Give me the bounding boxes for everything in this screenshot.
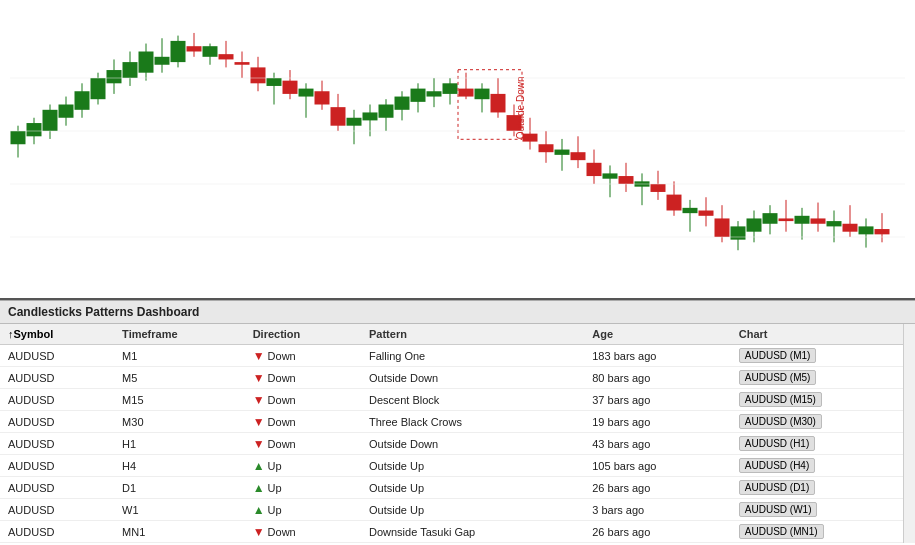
cell-direction: ▲ Up: [245, 455, 361, 477]
table-row: AUDUSD W1 ▲ Up Outside Up 3 bars ago AUD…: [0, 499, 915, 521]
table-row: AUDUSD M5 ▼ Down Outside Down 80 bars ag…: [0, 367, 915, 389]
col-direction: Direction: [245, 324, 361, 345]
cell-timeframe: W1: [114, 499, 245, 521]
cell-pattern: Three Black Crows: [361, 411, 584, 433]
col-age: Age: [584, 324, 731, 345]
cell-symbol: AUDUSD: [0, 455, 114, 477]
chart-area: EURJPY,Weekly 126.820 128.215 126.611 12…: [0, 0, 915, 300]
cell-age: 3 bars ago: [584, 499, 731, 521]
cell-direction: ▲ Up: [245, 499, 361, 521]
cell-age: 26 bars ago: [584, 521, 731, 543]
cell-symbol: AUDUSD: [0, 521, 114, 543]
table-row: AUDUSD M1 ▼ Down Falling One 183 bars ag…: [0, 345, 915, 367]
chart-button[interactable]: AUDUSD (W1): [739, 502, 818, 517]
cell-chart: AUDUSD (H4): [731, 455, 915, 477]
cell-chart: AUDUSD (M5): [731, 367, 915, 389]
cell-chart: AUDUSD (H1): [731, 433, 915, 455]
cell-direction: ▼ Down: [245, 367, 361, 389]
cell-pattern: Falling One: [361, 345, 584, 367]
cell-symbol: AUDUSD: [0, 367, 114, 389]
table-body: AUDUSD M1 ▼ Down Falling One 183 bars ag…: [0, 345, 915, 543]
chart-button[interactable]: AUDUSD (M5): [739, 370, 817, 385]
cell-pattern: Outside Up: [361, 455, 584, 477]
chart-button[interactable]: AUDUSD (H1): [739, 436, 815, 451]
cell-timeframe: M1: [114, 345, 245, 367]
cell-age: 183 bars ago: [584, 345, 731, 367]
candlestick-chart: [0, 0, 915, 300]
dashboard: Candlesticks Patterns Dashboard ↑Symbol …: [0, 300, 915, 543]
cell-direction: ▼ Down: [245, 345, 361, 367]
cell-age: 37 bars ago: [584, 389, 731, 411]
cell-chart: AUDUSD (W1): [731, 499, 915, 521]
chart-button[interactable]: AUDUSD (M15): [739, 392, 822, 407]
col-symbol[interactable]: ↑Symbol: [0, 324, 114, 345]
cell-direction: ▼ Down: [245, 389, 361, 411]
cell-direction: ▲ Up: [245, 477, 361, 499]
cell-timeframe: H4: [114, 455, 245, 477]
cell-timeframe: D1: [114, 477, 245, 499]
cell-symbol: AUDUSD: [0, 389, 114, 411]
chart-button[interactable]: AUDUSD (H4): [739, 458, 815, 473]
cell-timeframe: M5: [114, 367, 245, 389]
chart-button[interactable]: AUDUSD (MN1): [739, 524, 824, 539]
col-pattern: Pattern: [361, 324, 584, 345]
col-chart: Chart: [731, 324, 915, 345]
cell-direction: ▼ Down: [245, 411, 361, 433]
chart-button[interactable]: AUDUSD (M1): [739, 348, 817, 363]
cell-direction: ▼ Down: [245, 521, 361, 543]
table-wrapper: ↑Symbol Timeframe Direction Pattern Age …: [0, 324, 915, 543]
chart-button[interactable]: AUDUSD (M30): [739, 414, 822, 429]
cell-chart: AUDUSD (M30): [731, 411, 915, 433]
table-row: AUDUSD H1 ▼ Down Outside Down 43 bars ag…: [0, 433, 915, 455]
cell-timeframe: MN1: [114, 521, 245, 543]
table-row: AUDUSD H4 ▲ Up Outside Up 105 bars ago A…: [0, 455, 915, 477]
cell-age: 105 bars ago: [584, 455, 731, 477]
cell-pattern: Outside Down: [361, 367, 584, 389]
cell-pattern: Descent Block: [361, 389, 584, 411]
cell-symbol: AUDUSD: [0, 433, 114, 455]
cell-chart: AUDUSD (MN1): [731, 521, 915, 543]
cell-chart: AUDUSD (D1): [731, 477, 915, 499]
cell-pattern: Outside Up: [361, 499, 584, 521]
cell-symbol: AUDUSD: [0, 411, 114, 433]
cell-timeframe: M15: [114, 389, 245, 411]
cell-chart: AUDUSD (M1): [731, 345, 915, 367]
table-header: ↑Symbol Timeframe Direction Pattern Age …: [0, 324, 915, 345]
cell-age: 26 bars ago: [584, 477, 731, 499]
table-row: AUDUSD M15 ▼ Down Descent Block 37 bars …: [0, 389, 915, 411]
cell-direction: ▼ Down: [245, 433, 361, 455]
table-row: AUDUSD M30 ▼ Down Three Black Crows 19 b…: [0, 411, 915, 433]
cell-age: 80 bars ago: [584, 367, 731, 389]
cell-chart: AUDUSD (M15): [731, 389, 915, 411]
cell-timeframe: M30: [114, 411, 245, 433]
table-row: AUDUSD D1 ▲ Up Outside Up 26 bars ago AU…: [0, 477, 915, 499]
chart-button[interactable]: AUDUSD (D1): [739, 480, 815, 495]
cell-timeframe: H1: [114, 433, 245, 455]
patterns-table: ↑Symbol Timeframe Direction Pattern Age …: [0, 324, 915, 543]
cell-pattern: Outside Up: [361, 477, 584, 499]
dashboard-title: Candlesticks Patterns Dashboard: [0, 301, 915, 324]
cell-symbol: AUDUSD: [0, 345, 114, 367]
cell-pattern: Outside Down: [361, 433, 584, 455]
cell-age: 43 bars ago: [584, 433, 731, 455]
cell-symbol: AUDUSD: [0, 477, 114, 499]
cell-pattern: Downside Tasuki Gap: [361, 521, 584, 543]
scrollbar[interactable]: [903, 324, 915, 543]
cell-symbol: AUDUSD: [0, 499, 114, 521]
cell-age: 19 bars ago: [584, 411, 731, 433]
col-timeframe: Timeframe: [114, 324, 245, 345]
table-row: AUDUSD MN1 ▼ Down Downside Tasuki Gap 26…: [0, 521, 915, 543]
